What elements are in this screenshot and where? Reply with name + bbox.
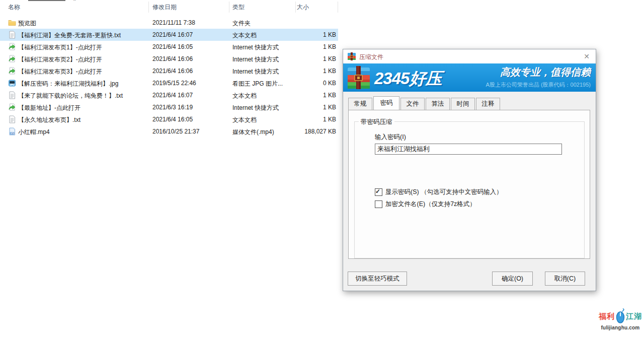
column-separator[interactable] <box>148 2 149 13</box>
cancel-button[interactable]: 取消(C) <box>545 272 585 286</box>
password-tab-panel: 带密码压缩 输入密码(I) 显示密码(S) （勾选可支持中文密码输入） 加密文件… <box>348 110 590 259</box>
fulijianghu-watermark: 福利 江湖 fulijianghu.com <box>599 308 642 330</box>
column-header-date[interactable]: 修改日期 <box>152 3 177 12</box>
column-separator[interactable] <box>295 2 296 13</box>
file-size: 1 KB <box>276 43 336 50</box>
watermark-right-text: 江湖 <box>626 312 642 321</box>
file-row[interactable]: MP4小红帽.mp42016/10/25 21:37媒体文件(.mp4)188,… <box>0 125 338 138</box>
file-row[interactable]: 【福利江湖发布页2】-点此打开2021/6/4 16:06Internet 快捷… <box>0 53 338 65</box>
file-explorer-pane: 名称 ⌃ 修改日期 类型 大小 预览图2021/11/11 7:38文件夹【福利… <box>0 0 338 337</box>
password-input[interactable] <box>375 144 562 155</box>
file-type: 文件夹 <box>232 19 251 28</box>
file-name: 【福利江湖发布页2】-点此打开 <box>18 55 102 64</box>
close-icon[interactable]: ✕ <box>582 52 592 61</box>
brand-slogan: 高效专业，值得信赖 <box>486 65 591 79</box>
file-date: 2016/10/25 21:37 <box>152 128 199 135</box>
file-size: 1 KB <box>276 31 336 38</box>
file-name: 预览图 <box>18 19 36 28</box>
txt-icon <box>8 115 16 123</box>
file-row[interactable]: 【福利江湖发布页1】-点此打开2021/6/4 16:05Internet 快捷… <box>0 41 338 53</box>
file-size: 1 KB <box>276 55 336 62</box>
lite-mode-button[interactable]: 切换至轻巧模式 <box>348 272 407 286</box>
file-date: 2021/6/4 16:05 <box>152 43 193 50</box>
file-row[interactable]: 【福利江湖】全免费-无套路-更新快.txt2021/6/4 16:07文本文档1… <box>0 29 338 41</box>
encrypt-filenames-label: 加密文件名(E)（仅支持7z格式） <box>385 200 476 209</box>
column-header-type[interactable]: 类型 <box>232 3 245 12</box>
file-name: 【福利江湖发布页3】-点此打开 <box>18 68 102 76</box>
dialog-title: 压缩文件 <box>359 53 383 61</box>
tab-5[interactable]: 注释 <box>476 98 500 110</box>
ok-button[interactable]: 确定(O) <box>492 272 533 286</box>
url-icon <box>8 43 16 51</box>
brand-banner: 2345好压 高效专业，值得信赖 A股上市公司荣誉出品 (股票代码：002195… <box>343 63 596 92</box>
file-row[interactable]: 【最新地址】-点此打开2021/6/3 16:19Internet 快捷方式1 … <box>0 101 338 113</box>
watermark-domain: fulijianghu.com <box>599 325 642 330</box>
file-size: 188,027 KB <box>276 128 336 135</box>
tab-0[interactable]: 常规 <box>348 98 372 110</box>
file-date: 2021/6/4 16:06 <box>152 55 193 62</box>
compress-dialog: 压缩文件 ✕ 2345好压 高效专业，值得信赖 A股上市公司荣誉出品 (股票代码… <box>343 49 596 291</box>
file-row[interactable]: 【永久地址发布页】.txt2021/6/4 16:05文本文档1 KB <box>0 113 338 125</box>
file-date: 2021/6/4 16:05 <box>152 116 193 123</box>
dialog-titlebar: 压缩文件 ✕ <box>343 49 596 63</box>
file-row[interactable]: 【来了就能下载的论坛，纯免费！】.txt2021/6/4 16:07文本文档1 … <box>0 89 338 101</box>
dialog-tabs: 常规密码文件算法时间注释 <box>348 96 501 110</box>
brand-logo-text: 2345好压 <box>374 68 441 90</box>
tab-2[interactable]: 文件 <box>400 98 425 110</box>
cropped-toolbar-edge <box>28 0 65 1</box>
tab-4[interactable]: 时间 <box>451 98 475 110</box>
file-date: 2021/11/11 7:38 <box>152 19 195 26</box>
tab-1[interactable]: 密码 <box>373 96 399 110</box>
show-password-checkbox[interactable] <box>375 188 382 196</box>
haozip-app-icon <box>348 52 356 60</box>
file-size: 1 KB <box>276 92 336 99</box>
file-type: 文本文档 <box>232 31 257 40</box>
brand-subtitle: A股上市公司荣誉出品 (股票代码：002195) <box>486 81 591 89</box>
haozip-logo-icon <box>347 66 370 89</box>
groupbox-title: 带密码压缩 <box>359 118 394 126</box>
watermark-left-text: 福利 <box>599 312 615 321</box>
tab-3[interactable]: 算法 <box>426 98 450 110</box>
file-row[interactable]: JPG【解压密码：来福利江湖找福利】.jpg2019/5/15 22:46看图王… <box>0 77 338 89</box>
file-size: 1 KB <box>276 104 336 111</box>
file-type: 文本文档 <box>232 92 257 100</box>
url-icon <box>8 103 16 111</box>
file-name: 【最新地址】-点此打开 <box>18 104 80 112</box>
file-date: 2021/6/4 16:06 <box>152 68 193 75</box>
sort-ascending-icon: ⌃ <box>72 0 76 4</box>
file-row[interactable]: 预览图2021/11/11 7:38文件夹 <box>0 17 338 29</box>
column-header-name[interactable]: 名称 <box>8 3 20 12</box>
file-type: 看图王 JPG 图片... <box>232 80 283 88</box>
file-type: Internet 快捷方式 <box>232 43 279 52</box>
txt-icon <box>8 91 16 99</box>
column-separator[interactable] <box>229 2 229 13</box>
file-type: Internet 快捷方式 <box>232 55 279 64</box>
file-size: 1 KB <box>276 68 336 75</box>
encrypt-filenames-checkbox[interactable] <box>375 200 382 208</box>
url-icon <box>8 67 16 75</box>
file-name: 小红帽.mp4 <box>18 128 50 137</box>
file-row[interactable]: 【福利江湖发布页3】-点此打开2021/6/4 16:06Internet 快捷… <box>0 65 338 77</box>
file-name: 【永久地址发布页】.txt <box>18 116 80 124</box>
file-name: 【福利江湖】全免费-无套路-更新快.txt <box>18 31 121 40</box>
file-name: 【解压密码：来福利江湖找福利】.jpg <box>18 80 118 88</box>
encrypt-filenames-option[interactable]: 加密文件名(E)（仅支持7z格式） <box>375 200 476 209</box>
svg-text:JPG: JPG <box>10 83 15 86</box>
folder-icon <box>8 19 16 27</box>
column-separator[interactable] <box>338 2 338 13</box>
file-date: 2021/6/4 16:07 <box>152 31 193 38</box>
file-date: 2019/5/15 22:46 <box>152 80 196 87</box>
file-size: 0 KB <box>276 80 336 87</box>
file-type: 文本文档 <box>232 116 257 124</box>
svg-text:MP4: MP4 <box>10 132 14 134</box>
show-password-label: 显示密码(S) （勾选可支持中文密码输入） <box>385 188 503 196</box>
url-icon <box>8 55 16 63</box>
column-header-size[interactable]: 大小 <box>297 3 309 12</box>
file-date: 2021/6/3 16:19 <box>152 104 193 111</box>
file-name: 【福利江湖发布页1】-点此打开 <box>18 43 102 52</box>
brand-slogan-block: 高效专业，值得信赖 A股上市公司荣誉出品 (股票代码：002195) <box>486 65 591 89</box>
jpg-icon: JPG <box>8 79 16 87</box>
file-type: Internet 快捷方式 <box>232 104 279 112</box>
show-password-option[interactable]: 显示密码(S) （勾选可支持中文密码输入） <box>375 188 503 196</box>
txt-icon <box>8 31 16 39</box>
